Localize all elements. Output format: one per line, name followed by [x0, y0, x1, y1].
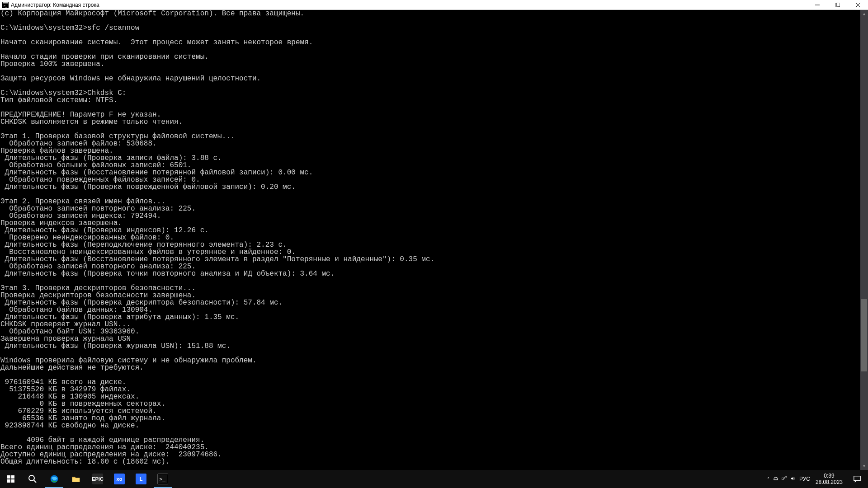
- console-line: [0, 32, 868, 39]
- console-line: C:\Windows\system32>sfc /scannow: [0, 24, 868, 32]
- taskbar-app-l[interactable]: L: [130, 470, 152, 488]
- console-line: Этап 2. Проверка связей имен файлов...: [0, 198, 868, 205]
- taskbar-clock[interactable]: 0:39 28.08.2023: [812, 473, 846, 485]
- system-tray[interactable]: ˄ РУС: [765, 470, 812, 488]
- console-line: [0, 46, 868, 53]
- console-line: Длительность фазы (Восстановление потеря…: [0, 169, 868, 176]
- console-line: Тип файловой системы: NTFS.: [0, 97, 868, 104]
- svg-rect-17: [782, 478, 783, 479]
- svg-rect-8: [7, 475, 10, 479]
- scroll-down-button[interactable]: ▼: [860, 462, 868, 470]
- close-button[interactable]: [848, 0, 868, 10]
- console-line: Длительность фазы (Проверка дескриптора …: [0, 299, 868, 306]
- console-line: Начало стадии проверки при сканировании …: [0, 53, 868, 61]
- window-title: Администратор: Командная строка: [11, 2, 99, 8]
- svg-rect-1: [3, 2, 8, 3]
- console-line: [0, 371, 868, 379]
- console-line: Обработано больших файловых записей: 650…: [0, 162, 868, 169]
- titlebar[interactable]: >_ Администратор: Командная строка: [0, 0, 868, 10]
- console-line: CHKDSK выполняется в режиме только чтени…: [0, 118, 868, 126]
- scrollbar-thumb[interactable]: [861, 299, 867, 371]
- notification-button[interactable]: [846, 470, 868, 488]
- console-line: Этап 1. Проверка базовой структуры файло…: [0, 133, 868, 140]
- svg-rect-11: [11, 479, 14, 483]
- console-line: Проверено неиндексированных файлов: 0.: [0, 234, 868, 241]
- svg-rect-10: [7, 479, 10, 483]
- tray-language[interactable]: РУС: [799, 476, 810, 482]
- console-line: 216448 КБ в 130905 индексах.: [0, 393, 868, 400]
- svg-rect-5: [836, 3, 840, 6]
- tray-network-icon[interactable]: [781, 475, 788, 483]
- scrollbar[interactable]: ▲ ▼: [860, 10, 868, 470]
- console-line: Дальнейшие действия не требуются.: [0, 364, 868, 371]
- console-line: 976160941 КБ всего на диске.: [0, 379, 868, 386]
- cmd-taskbar-icon: >_: [157, 474, 168, 484]
- console-line: Проверка дескрипторов безопасности завер…: [0, 292, 868, 299]
- console-line: Обработано записей файлов: 530688.: [0, 140, 868, 147]
- console-line: 4096 байт в каждой единице распределения…: [0, 436, 868, 444]
- console-line: [0, 68, 868, 75]
- svg-point-12: [29, 475, 34, 481]
- taskbar-app-edge[interactable]: [43, 470, 65, 488]
- windows-icon: [5, 474, 16, 484]
- console-line: Обработано файлов данных: 130904.: [0, 306, 868, 314]
- console-line: Общая длительность: 18.60 с (18602 мс).: [0, 458, 868, 465]
- taskbar: EPIC xo L >_ ˄ РУС 0:39 28.08.2023: [0, 470, 868, 488]
- console-line: [0, 191, 868, 198]
- svg-rect-9: [11, 475, 14, 479]
- clock-time: 0:39: [816, 473, 843, 479]
- console-line: [0, 350, 868, 357]
- taskbar-app-epic[interactable]: EPIC: [87, 470, 108, 488]
- console-line: Длительность фазы (Проверка поврежденной…: [0, 183, 868, 191]
- console-line: ПРЕДУПРЕЖДЕНИЕ! Параметр F не указан.: [0, 111, 868, 118]
- console-line: Проверка файлов завершена.: [0, 147, 868, 155]
- folder-icon: [71, 474, 81, 484]
- svg-rect-19: [854, 476, 860, 481]
- xo-icon: xo: [114, 474, 125, 484]
- console-line: Доступно единиц распределения на диске: …: [0, 451, 868, 458]
- console-line: CHKDSK проверяет журнал USN...: [0, 321, 868, 328]
- cmd-icon: >_: [2, 1, 9, 9]
- console-line: (c) Корпорация Майкрософт (Microsoft Cor…: [0, 10, 868, 17]
- console-line: Завершена проверка журнала USN: [0, 335, 868, 343]
- console-line: [0, 104, 868, 111]
- console-line: Длительность фазы (Проверка записи файла…: [0, 155, 868, 162]
- console-line: Обработано байт USN: 39363960.: [0, 328, 868, 335]
- console-line: 65536 КБ занято под файл журнала.: [0, 415, 868, 422]
- console-line: Обработано записей повторного анализа: 2…: [0, 263, 868, 270]
- tray-cloud-icon[interactable]: [772, 475, 778, 483]
- console-output[interactable]: (c) Корпорация Майкрософт (Microsoft Cor…: [0, 10, 868, 470]
- svg-rect-18: [785, 476, 787, 478]
- scroll-up-button[interactable]: ▲: [860, 10, 868, 18]
- clock-date: 28.08.2023: [816, 479, 843, 485]
- console-line: Восстановлено неиндексированных файлов в…: [0, 249, 868, 256]
- search-icon: [27, 474, 38, 484]
- taskbar-app-xo[interactable]: xo: [108, 470, 130, 488]
- taskbar-app-cmd[interactable]: >_: [152, 470, 174, 488]
- search-button[interactable]: [22, 470, 43, 488]
- tray-volume-icon[interactable]: [790, 475, 797, 483]
- svg-line-13: [34, 480, 36, 483]
- console-line: [0, 82, 868, 89]
- console-line: Длительность фазы (Проверка индексов): 1…: [0, 227, 868, 234]
- console-line: Проверка 100% завершена.: [0, 61, 868, 68]
- tray-chevron-icon[interactable]: ˄: [767, 477, 769, 482]
- console-line: C:\Windows\system32>Chkdsk C:: [0, 89, 868, 97]
- console-line: 670229 КБ используется системой.: [0, 408, 868, 415]
- console-line: Обработано записей индекса: 792494.: [0, 212, 868, 220]
- console-line: Начато сканирование системы. Этот процес…: [0, 39, 868, 46]
- console-line: [0, 429, 868, 436]
- taskbar-app-explorer[interactable]: [65, 470, 87, 488]
- maximize-button[interactable]: [827, 0, 848, 10]
- minimize-button[interactable]: [807, 0, 827, 10]
- console-line: Обработано записей повторного анализа: 2…: [0, 205, 868, 212]
- console-line: 51375520 КБ в 342979 файлах.: [0, 386, 868, 393]
- start-button[interactable]: [0, 470, 22, 488]
- svg-text:>_: >_: [160, 476, 166, 482]
- console-line: Защита ресурсов Windows не обнаружила на…: [0, 75, 868, 82]
- console-line: Проверка индексов завершена.: [0, 220, 868, 227]
- svg-text:>_: >_: [4, 4, 8, 7]
- l-icon: L: [136, 474, 146, 484]
- console-line: 923898744 КБ свободно на диске.: [0, 422, 868, 429]
- edge-icon: [49, 474, 60, 484]
